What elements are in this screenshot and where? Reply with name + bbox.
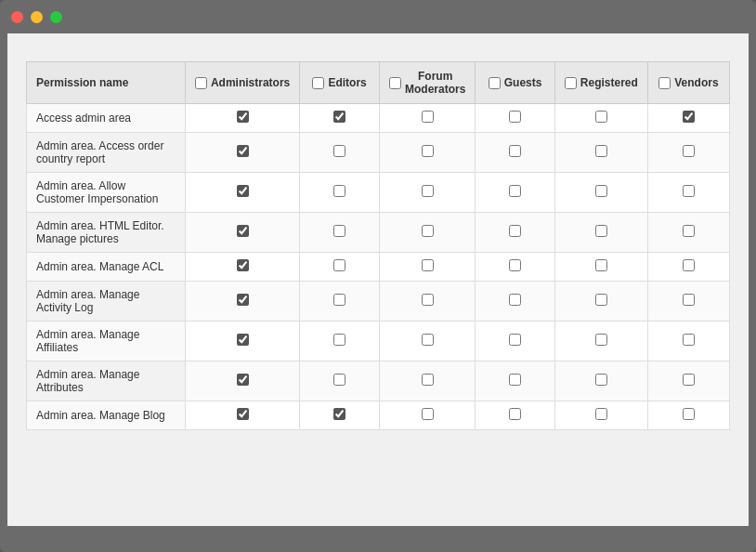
checkbox-forum_moderators-7[interactable] — [422, 374, 434, 386]
checkbox-registered-8[interactable] — [595, 408, 607, 420]
checkbox-editors-0[interactable] — [333, 111, 345, 123]
checkbox-editors-2[interactable] — [333, 185, 345, 197]
checkbox-guests-2[interactable] — [509, 185, 521, 197]
checkbox-registered-0[interactable] — [595, 111, 607, 123]
cell-administrators-7[interactable] — [185, 361, 299, 401]
checkbox-registered-2[interactable] — [595, 185, 607, 197]
checkbox-registered-6[interactable] — [595, 334, 607, 346]
header-checkbox-registered[interactable] — [565, 77, 577, 89]
header-checkbox-administrators[interactable] — [195, 77, 207, 89]
checkbox-administrators-0[interactable] — [237, 111, 249, 123]
checkbox-guests-8[interactable] — [509, 408, 521, 420]
checkbox-forum_moderators-1[interactable] — [422, 145, 434, 157]
cell-administrators-6[interactable] — [185, 322, 299, 361]
checkbox-guests-0[interactable] — [509, 111, 521, 123]
checkbox-editors-1[interactable] — [333, 145, 345, 157]
cell-editors-7[interactable] — [300, 361, 380, 401]
checkbox-administrators-1[interactable] — [237, 145, 249, 157]
header-checkbox-vendors[interactable] — [658, 77, 671, 89]
checkbox-editors-7[interactable] — [333, 374, 345, 386]
checkbox-forum_moderators-2[interactable] — [422, 185, 434, 197]
checkbox-editors-4[interactable] — [333, 259, 345, 271]
cell-guests-7[interactable] — [476, 361, 554, 401]
cell-forum_moderators-6[interactable] — [379, 322, 475, 361]
cell-registered-5[interactable] — [554, 282, 647, 322]
cell-administrators-3[interactable] — [185, 213, 299, 253]
cell-vendors-0[interactable] — [647, 104, 729, 133]
checkbox-registered-7[interactable] — [595, 374, 607, 386]
cell-vendors-4[interactable] — [647, 253, 729, 282]
checkbox-administrators-2[interactable] — [237, 185, 249, 197]
checkbox-vendors-1[interactable] — [683, 145, 695, 157]
cell-vendors-6[interactable] — [647, 322, 729, 361]
cell-vendors-2[interactable] — [647, 173, 729, 213]
checkbox-vendors-0[interactable] — [683, 111, 695, 123]
cell-registered-1[interactable] — [554, 133, 647, 173]
checkbox-vendors-4[interactable] — [683, 259, 695, 271]
checkbox-forum_moderators-3[interactable] — [422, 225, 434, 237]
cell-editors-0[interactable] — [300, 104, 380, 133]
checkbox-administrators-3[interactable] — [237, 225, 249, 237]
cell-editors-2[interactable] — [300, 173, 380, 213]
checkbox-administrators-4[interactable] — [237, 259, 249, 271]
cell-forum_moderators-3[interactable] — [379, 213, 475, 253]
header-checkbox-editors[interactable] — [312, 77, 324, 89]
checkbox-vendors-2[interactable] — [683, 185, 695, 197]
cell-editors-5[interactable] — [300, 282, 380, 322]
cell-guests-3[interactable] — [476, 213, 554, 253]
cell-editors-3[interactable] — [300, 213, 380, 253]
cell-guests-4[interactable] — [476, 253, 554, 282]
checkbox-forum_moderators-0[interactable] — [422, 111, 434, 123]
checkbox-registered-1[interactable] — [595, 145, 607, 157]
cell-registered-3[interactable] — [554, 213, 647, 253]
cell-guests-5[interactable] — [476, 282, 554, 322]
cell-editors-6[interactable] — [300, 322, 380, 361]
cell-editors-8[interactable] — [300, 401, 380, 430]
cell-administrators-5[interactable] — [185, 282, 299, 322]
cell-registered-7[interactable] — [554, 361, 647, 401]
checkbox-registered-4[interactable] — [595, 259, 607, 271]
checkbox-vendors-6[interactable] — [683, 334, 695, 346]
cell-registered-0[interactable] — [554, 104, 647, 133]
column-header-guests[interactable]: Guests — [476, 62, 554, 104]
cell-forum_moderators-4[interactable] — [379, 253, 475, 282]
cell-administrators-4[interactable] — [185, 253, 299, 282]
cell-registered-4[interactable] — [554, 253, 647, 282]
checkbox-editors-6[interactable] — [333, 334, 345, 346]
checkbox-forum_moderators-8[interactable] — [422, 408, 434, 420]
cell-administrators-8[interactable] — [185, 401, 299, 430]
checkbox-guests-5[interactable] — [509, 294, 521, 306]
checkbox-editors-5[interactable] — [333, 294, 345, 306]
column-header-editors[interactable]: Editors — [300, 62, 380, 104]
checkbox-forum_moderators-5[interactable] — [422, 294, 434, 306]
checkbox-administrators-5[interactable] — [237, 294, 249, 306]
checkbox-guests-7[interactable] — [509, 374, 521, 386]
close-button[interactable] — [11, 11, 23, 23]
column-header-forum_moderators[interactable]: ForumModerators — [379, 62, 475, 104]
checkbox-forum_moderators-6[interactable] — [422, 334, 434, 346]
cell-administrators-0[interactable] — [185, 104, 299, 133]
cell-forum_moderators-1[interactable] — [379, 133, 475, 173]
cell-vendors-8[interactable] — [647, 401, 729, 430]
maximize-button[interactable] — [50, 11, 62, 23]
cell-guests-1[interactable] — [476, 133, 554, 173]
checkbox-administrators-7[interactable] — [237, 374, 249, 386]
checkbox-guests-3[interactable] — [509, 225, 521, 237]
checkbox-administrators-6[interactable] — [237, 334, 249, 346]
cell-editors-4[interactable] — [300, 253, 380, 282]
cell-guests-2[interactable] — [476, 173, 554, 213]
checkbox-registered-5[interactable] — [595, 294, 607, 306]
cell-administrators-1[interactable] — [185, 133, 299, 173]
cell-forum_moderators-7[interactable] — [379, 361, 475, 401]
header-checkbox-guests[interactable] — [489, 77, 501, 89]
cell-guests-6[interactable] — [476, 322, 554, 361]
cell-guests-0[interactable] — [476, 104, 554, 133]
column-header-vendors[interactable]: Vendors — [647, 62, 729, 104]
checkbox-guests-6[interactable] — [509, 334, 521, 346]
checkbox-guests-4[interactable] — [509, 259, 521, 271]
cell-forum_moderators-8[interactable] — [379, 401, 475, 430]
checkbox-vendors-8[interactable] — [683, 408, 695, 420]
cell-forum_moderators-0[interactable] — [379, 104, 475, 133]
cell-vendors-3[interactable] — [647, 213, 729, 253]
checkbox-vendors-3[interactable] — [683, 225, 695, 237]
